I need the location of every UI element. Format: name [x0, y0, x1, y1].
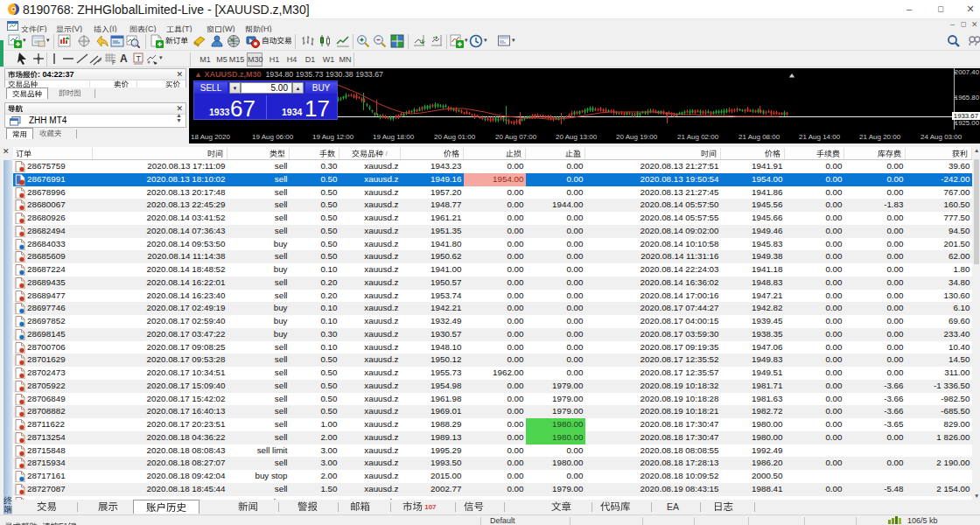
svg-text:A: A — [120, 52, 128, 65]
svg-text:T: T — [136, 54, 142, 63]
svg-text:F: F — [112, 60, 116, 66]
